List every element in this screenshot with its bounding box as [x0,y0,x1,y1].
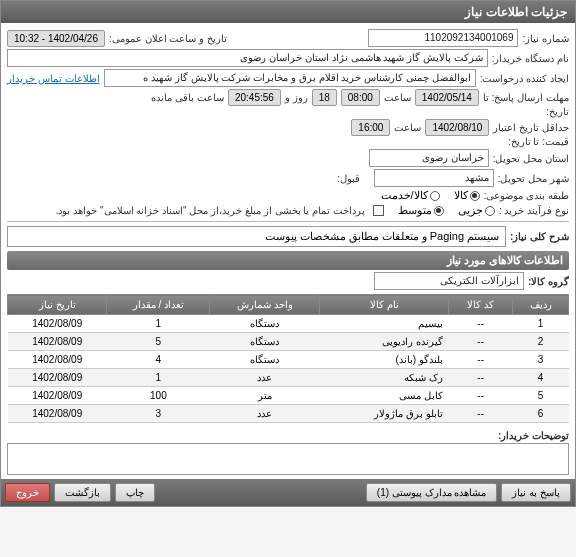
cell-qty: 1 [107,369,210,387]
desc-field: سیستم Paging و متعلقات مطابق مشخصات پیوس… [7,226,506,247]
province-label: استان محل تحویل: [493,153,569,164]
valid-date: 1402/08/10 [425,119,489,136]
cell-qty: 1 [107,315,210,333]
req-no-field: 1102092134001069 [368,29,518,47]
deadline-label-2: تاریخ: [546,106,569,117]
back-button[interactable]: بازگشت [54,483,111,502]
buytype-mid-label: متوسط [398,204,432,217]
cell-row: 6 [513,405,569,423]
print-button[interactable]: چاپ [115,483,155,502]
classify-label: طبقه بندی موضوعی: [484,190,569,201]
cell-code: -- [449,315,513,333]
buyer-label: نام دستگاه خریدار: [492,53,569,64]
province-field: خراسان رضوی [369,149,489,167]
window-title: جزئیات اطلاعات نیاز [465,5,567,19]
cell-qty: 100 [107,387,210,405]
buytype-label: نوع فرآیند خرید : [499,205,569,216]
cell-unit: عدد [210,369,320,387]
buytype-mid-radio[interactable]: متوسط [398,204,444,217]
table-row[interactable]: 2--گیرنده رادیوییدستگاه51402/08/09 [8,333,569,351]
cell-row: 2 [513,333,569,351]
window: جزئیات اطلاعات نیاز شماره نیاز: 11020921… [0,0,576,507]
col-name: نام کالا [320,295,449,315]
deadline-hour: 08:00 [341,89,380,106]
classify-goods-radio[interactable]: کالا [454,189,480,202]
radio-off-icon [430,191,440,201]
group-label: گروه کالا: [528,276,569,287]
exit-button[interactable]: خروج [5,483,50,502]
classify-goods-label: کالا [454,189,468,202]
remain-label: ساعت باقی مانده [151,92,224,103]
cell-date: 1402/08/09 [8,351,107,369]
cell-name: گیرنده رادیویی [320,333,449,351]
classify-service-radio[interactable]: کالا/خدمت [381,189,440,202]
notes-box [7,443,569,475]
col-code: کد کالا [449,295,513,315]
buyer-field: شرکت پالایش گاز شهید هاشمی نژاد استان خر… [7,49,488,67]
cell-code: -- [449,333,513,351]
classify-service-label: کالا/خدمت [381,189,428,202]
cell-row: 5 [513,387,569,405]
valid-label-2: قیمت: تا تاریخ: [508,136,569,147]
contact-link[interactable]: اطلاعات تماس خریدار [7,73,100,84]
cell-row: 3 [513,351,569,369]
table-header-row: ردیف کد کالا نام کالا واحد شمارش تعداد /… [8,295,569,315]
cell-unit: متر [210,387,320,405]
cell-name: کابل مسی [320,387,449,405]
cell-row: 4 [513,369,569,387]
col-unit: واحد شمارش [210,295,320,315]
cell-date: 1402/08/09 [8,405,107,423]
reply-button[interactable]: پاسخ به نیاز [501,483,571,502]
cell-qty: 4 [107,351,210,369]
days-label: روز و [285,92,308,103]
cell-unit: دستگاه [210,315,320,333]
hour-label-2: ساعت [394,122,421,133]
group-field: ابزارآلات الکتریکی [374,272,524,290]
title-bar: جزئیات اطلاعات نیاز [1,1,575,23]
announce-date: 1402/04/26 - 10:32 [7,30,105,47]
pay-checkbox[interactable] [373,205,384,216]
cell-code: -- [449,369,513,387]
creator-field: ابوالفضل چمنی کارشناس خرید اقلام برق و م… [104,69,476,87]
cell-date: 1402/08/09 [8,333,107,351]
announce-label: تاریخ و ساعت اعلان عمومی: [109,33,227,44]
table-row[interactable]: 1--بیسیمدستگاه11402/08/09 [8,315,569,333]
cell-name: بلندگو (باند) [320,351,449,369]
radio-on-icon [470,191,480,201]
footer-bar: پاسخ به نیاز مشاهده مدارک پیوستی (1) چاپ… [1,479,575,506]
desc-label: شرح کلی نیاز: [510,231,569,242]
cell-unit: عدد [210,405,320,423]
hour-label-1: ساعت [384,92,411,103]
deadline-label-1: مهلت ارسال پاسخ: تا [483,92,569,103]
cell-date: 1402/08/09 [8,387,107,405]
col-qty: تعداد / مقدار [107,295,210,315]
col-row: ردیف [513,295,569,315]
table-row[interactable]: 4--رک شبکهعدد11402/08/09 [8,369,569,387]
notes-label: توضیحات خریدار: [498,430,569,441]
buytype-small-label: جزیی [458,204,483,217]
table-row[interactable]: 3--بلندگو (باند)دستگاه41402/08/09 [8,351,569,369]
buytype-small-radio[interactable]: جزیی [458,204,495,217]
cell-name: بیسیم [320,315,449,333]
countdown: 20:45:56 [228,89,281,106]
table-row[interactable]: 6--تابلو برق ماژولارعدد31402/08/09 [8,405,569,423]
cell-code: -- [449,387,513,405]
cell-name: تابلو برق ماژولار [320,405,449,423]
cell-name: رک شبکه [320,369,449,387]
cell-code: -- [449,351,513,369]
col-date: تاریخ نیاز [8,295,107,315]
cell-code: -- [449,405,513,423]
cell-unit: دستگاه [210,333,320,351]
bill-label: قبول: [337,173,360,184]
cell-row: 1 [513,315,569,333]
attachments-button[interactable]: مشاهده مدارک پیوستی (1) [366,483,498,502]
cell-date: 1402/08/09 [8,369,107,387]
radio-on-icon [434,206,444,216]
days-remain: 18 [312,89,337,106]
table-row[interactable]: 5--کابل مسیمتر1001402/08/09 [8,387,569,405]
deadline-date: 1402/05/14 [415,89,479,106]
city-field: مشهد [374,169,494,187]
valid-label-1: حداقل تاریخ اعتبار [493,122,569,133]
items-section-header: اطلاعات کالاهای مورد نیاز [7,251,569,270]
creator-label: ایجاد کننده درخواست: [480,73,569,84]
